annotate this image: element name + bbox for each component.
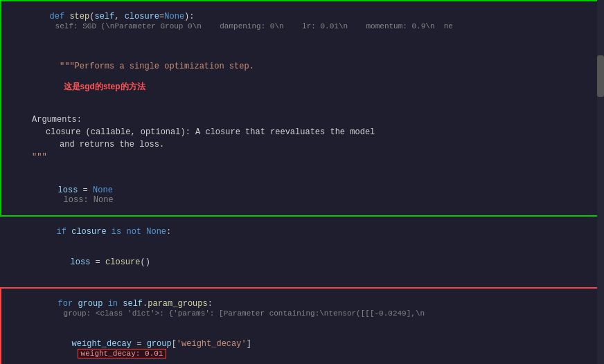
code-content: def step(self, closure=None): self: SGD … xyxy=(0,0,604,364)
param-self: self xyxy=(94,12,114,21)
var-loss2: loss xyxy=(71,257,91,267)
var-wd: weight_decay xyxy=(72,339,132,349)
line-blank3 xyxy=(0,277,604,287)
none-val2: None xyxy=(93,185,113,195)
line-loss-none: loss = None loss: None xyxy=(0,175,604,217)
kw-if: if xyxy=(57,227,72,237)
fn-closure: closure xyxy=(105,257,140,267)
var-closure: closure xyxy=(71,227,106,237)
punct: ): xyxy=(184,12,194,21)
scrollbar-thumb[interactable] xyxy=(597,55,604,97)
line-docstring-close: """ xyxy=(0,152,604,164)
var-group2: group xyxy=(147,339,172,349)
line-blank2 xyxy=(0,164,604,175)
line-loss-closure: loss = closure() xyxy=(0,247,604,277)
var-self: self xyxy=(123,299,143,309)
line-returns: and returns the loss. xyxy=(0,139,604,152)
var-group: group xyxy=(78,299,103,309)
line-docstring-open: """Performs a single optimization step. … xyxy=(0,42,604,103)
line-arguments: Arguments: xyxy=(0,114,604,127)
kw-for: for xyxy=(58,299,78,309)
annotation-loss: loss: None xyxy=(64,195,114,205)
var-loss: loss xyxy=(58,185,78,195)
docstring-open: """Performs a single optimization step. xyxy=(60,62,254,71)
fn-param-groups: param_groups xyxy=(148,299,207,309)
param-closure: closure xyxy=(125,12,159,21)
line-weight-decay: weight_decay = group['weight_decay'] wei… xyxy=(0,329,604,364)
kw-in: in xyxy=(108,299,123,309)
none-val: None xyxy=(164,12,184,21)
kw-is: is not xyxy=(112,227,146,237)
str-wd: 'weight_decay' xyxy=(177,339,247,349)
inline-annotation-self: self: SGD (\nParameter Group 0\n dampeni… xyxy=(55,22,453,30)
line-blank1 xyxy=(0,103,604,114)
line-for-group: for group in self.param_groups: group: <… xyxy=(0,287,604,329)
keyword-def: def xyxy=(50,12,70,21)
line-closure-arg: closure (callable, optional): A closure … xyxy=(0,127,604,139)
code-editor: def step(self, closure=None): self: SGD … xyxy=(0,0,604,364)
func-name: step xyxy=(69,12,89,21)
annotation-sgd-step: 这是sgd的step的方法 xyxy=(64,82,145,91)
inline-box-wd: weight_decay: 0.01 xyxy=(78,349,167,358)
line-if-closure: if closure is not None: xyxy=(0,217,604,247)
scrollbar[interactable] xyxy=(597,0,604,364)
punct: , xyxy=(114,12,124,21)
line-def: def step(self, closure=None): self: SGD … xyxy=(0,0,604,42)
docstring-close: """ xyxy=(32,152,47,162)
annotation-group: group: <class 'dict'>: {'params': [Param… xyxy=(64,309,425,318)
none-val3: None xyxy=(146,227,166,237)
